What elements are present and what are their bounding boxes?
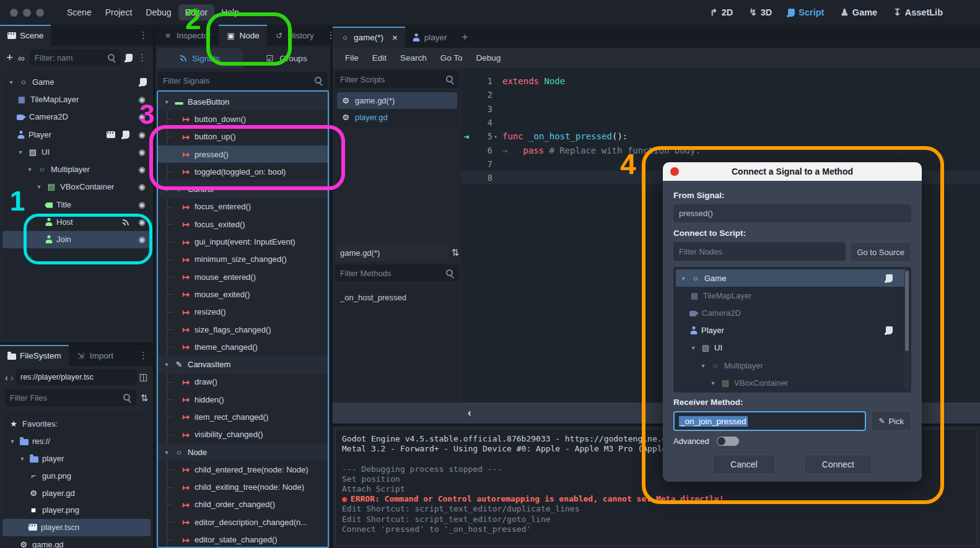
expand-arrow-icon[interactable]: ▾ bbox=[709, 380, 717, 386]
script-icon[interactable] bbox=[886, 326, 893, 334]
tab-filesystem[interactable]: FileSystem bbox=[0, 345, 69, 366]
signal-size-flags-changed[interactable]: ↦size_flags_changed() bbox=[158, 321, 328, 338]
signal-child-exiting-tree-node-node[interactable]: ↦child_exiting_tree(node: Node) bbox=[158, 479, 328, 496]
script-tab-player[interactable]: player bbox=[405, 27, 455, 48]
script-menu-search[interactable]: Search bbox=[394, 51, 433, 65]
tree-row-camera2d[interactable]: Camera2D bbox=[676, 304, 909, 321]
workspace-assetlib[interactable]: ↧AssetLib bbox=[893, 7, 943, 18]
tree-row-res[interactable]: ▾res:// bbox=[2, 433, 151, 450]
tree-row-vboxcontainer[interactable]: ▾▤VBoxContainer◉ bbox=[2, 178, 151, 196]
expand-arrow-icon[interactable]: ▾ bbox=[17, 149, 24, 155]
expand-arrow-icon[interactable]: ▾ bbox=[19, 455, 26, 462]
eye-icon[interactable]: ◉ bbox=[137, 183, 147, 191]
signal-resized[interactable]: ↦resized() bbox=[158, 303, 328, 321]
eye-icon[interactable]: ◉ bbox=[137, 218, 147, 226]
expand-arrow-icon[interactable]: ▾ bbox=[689, 344, 697, 351]
eye-icon[interactable]: ◉ bbox=[137, 235, 147, 243]
tab-history[interactable]: ↺History bbox=[267, 25, 322, 46]
dialog-tree-scrollbar[interactable] bbox=[904, 269, 909, 390]
script-menu-edit[interactable]: Edit bbox=[366, 51, 393, 65]
code-line-4[interactable]: 4 bbox=[462, 116, 980, 129]
signal-focus-entered[interactable]: ↦focus_entered() bbox=[158, 198, 328, 215]
expand-arrow-icon[interactable]: ▾ bbox=[7, 79, 15, 85]
tree-row-ui[interactable]: ▾▨UI◉ bbox=[2, 143, 151, 160]
tree-row-player[interactable]: Player bbox=[676, 322, 909, 339]
workspace-script[interactable]: Script bbox=[788, 7, 824, 17]
collapse-panel-icon[interactable]: ‹ bbox=[468, 407, 471, 419]
tree-row-host[interactable]: Host◉ bbox=[2, 213, 151, 230]
tree-row-multiplayer[interactable]: ▾○Multiplayer◉ bbox=[2, 160, 151, 178]
fold-arrow-icon[interactable]: ▾ bbox=[494, 133, 502, 140]
signal-child-order-changed[interactable]: ↦child_order_changed() bbox=[158, 496, 328, 513]
split-view-icon[interactable]: ◫ bbox=[139, 372, 148, 383]
filter-nodes-input[interactable]: Filter Nodes bbox=[673, 242, 846, 261]
tree-row-join[interactable]: Join◉ bbox=[2, 231, 151, 248]
filter-signals-input[interactable]: Filter Signals bbox=[158, 72, 328, 89]
tree-row-camera2d[interactable]: Camera2D◉ bbox=[2, 108, 151, 126]
nav-forward-icon[interactable]: › bbox=[11, 372, 14, 383]
nav-back-icon[interactable]: ‹ bbox=[5, 372, 8, 383]
dialog-close-icon[interactable] bbox=[670, 167, 679, 176]
tree-row-player-tscn[interactable]: player.tscn bbox=[2, 519, 151, 536]
expand-arrow-icon[interactable]: ▾ bbox=[163, 361, 170, 368]
script-menu-debug[interactable]: Debug bbox=[470, 51, 507, 65]
expand-arrow-icon[interactable]: ▾ bbox=[35, 183, 43, 190]
tree-row-multiplayer[interactable]: ▾○Multiplayer bbox=[676, 357, 909, 374]
tree-row-favorites[interactable]: ★Favorites: bbox=[2, 415, 151, 433]
code-line-3[interactable]: 3 bbox=[462, 102, 980, 116]
script-icon[interactable] bbox=[886, 274, 893, 282]
tree-row-player[interactable]: Player◉ bbox=[2, 126, 151, 143]
sort-methods-icon[interactable]: ⇅ bbox=[451, 247, 459, 258]
subtab-groups[interactable]: ☑Groups bbox=[243, 48, 329, 68]
signal-draw[interactable]: ↦draw() bbox=[158, 373, 328, 391]
advanced-toggle[interactable] bbox=[717, 437, 739, 446]
eye-icon[interactable]: ◉ bbox=[137, 113, 147, 121]
tab-inspector[interactable]: ≡Inspector bbox=[155, 25, 219, 46]
signal-focus-exited[interactable]: ↦focus_exited() bbox=[158, 215, 328, 233]
signal-theme-changed[interactable]: ↦theme_changed() bbox=[158, 338, 328, 355]
menu-scene[interactable]: Scene bbox=[60, 4, 98, 20]
signal-pressed[interactable]: ↦pressed() bbox=[158, 146, 328, 163]
script-item-player-gd[interactable]: ⚙player.gd bbox=[337, 109, 457, 126]
workspace-game[interactable]: ♟Game bbox=[840, 7, 877, 18]
expand-arrow-icon[interactable]: ▾ bbox=[699, 362, 707, 369]
tree-row-title[interactable]: Title◉ bbox=[2, 196, 151, 213]
signal-mouse-entered[interactable]: ↦mouse_entered() bbox=[158, 268, 328, 285]
menu-debug[interactable]: Debug bbox=[139, 4, 178, 20]
new-script-tab-icon[interactable]: + bbox=[455, 27, 476, 48]
close-tab-icon[interactable]: × bbox=[392, 32, 398, 43]
signal-item-rect-changed[interactable]: ↦item_rect_changed() bbox=[158, 408, 328, 425]
signal-visibility-changed[interactable]: ↦visibility_changed() bbox=[158, 426, 328, 443]
signal-editor-description-changed-n[interactable]: ↦editor_description_changed(n... bbox=[158, 513, 328, 531]
signal-class-control[interactable]: ▾○Control bbox=[158, 180, 328, 198]
tree-row-game[interactable]: ▾○Game bbox=[2, 73, 151, 90]
tree-row-vboxcontainer[interactable]: ▾▤VBoxContainer bbox=[676, 374, 909, 391]
clapper-icon[interactable] bbox=[107, 131, 115, 138]
expand-arrow-icon[interactable]: ▾ bbox=[163, 186, 170, 193]
tree-row-tilemaplayer[interactable]: ▦TileMapLayer◉ bbox=[2, 90, 151, 108]
connect-button[interactable]: Connect bbox=[804, 454, 872, 474]
script-icon[interactable] bbox=[123, 131, 129, 139]
window-controls[interactable] bbox=[10, 9, 49, 17]
close-window-icon[interactable] bbox=[10, 9, 18, 17]
maximize-window-icon[interactable] bbox=[36, 9, 44, 17]
eye-icon[interactable]: ◉ bbox=[137, 165, 147, 173]
script-tab-game[interactable]: ○game(*)× bbox=[333, 27, 405, 48]
eye-icon[interactable]: ◉ bbox=[137, 201, 147, 209]
scene-tree-menu-icon[interactable]: ⋮ bbox=[138, 52, 147, 63]
signal-button-down[interactable]: ↦button_down() bbox=[158, 110, 328, 128]
code-line-5[interactable]: ⇥5▾func _on_host_pressed(): bbox=[462, 129, 980, 143]
tab-import[interactable]: ⇲Import bbox=[69, 345, 121, 366]
eye-icon[interactable]: ◉ bbox=[137, 95, 147, 103]
add-node-icon[interactable]: + bbox=[6, 51, 13, 64]
subtab-signals[interactable]: Signals bbox=[157, 48, 243, 68]
sort-files-icon[interactable]: ⇅ bbox=[140, 393, 148, 404]
tree-row-player-png[interactable]: ■player.png bbox=[2, 502, 151, 519]
script-breadcrumb[interactable]: game.gd(*) bbox=[335, 244, 447, 261]
workspace-3d[interactable]: ↯3D bbox=[749, 7, 772, 18]
eye-icon[interactable]: ◉ bbox=[137, 148, 147, 156]
go-to-source-button[interactable]: Go to Source bbox=[850, 242, 911, 262]
code-line-2[interactable]: 2 bbox=[462, 88, 980, 102]
code-line-1[interactable]: 1extends Node bbox=[462, 74, 980, 88]
workspace-2d[interactable]: ↱2D bbox=[710, 7, 733, 18]
